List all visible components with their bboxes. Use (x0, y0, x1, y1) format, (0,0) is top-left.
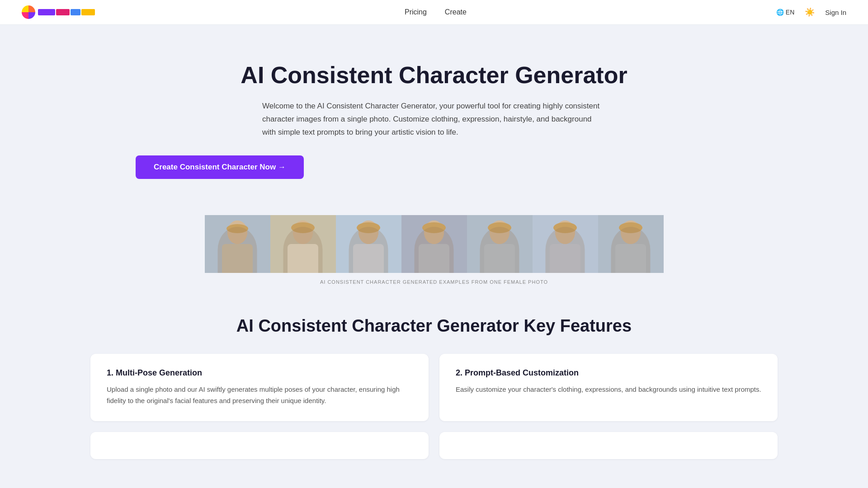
sign-in-button[interactable]: Sign In (825, 9, 846, 16)
svg-point-24 (488, 222, 511, 233)
feature-card-3-partial (90, 432, 429, 459)
navbar: Pricing Create 🌐 EN ☀️ Sign In (0, 0, 868, 25)
svg-point-29 (553, 222, 577, 233)
svg-rect-17 (419, 244, 449, 273)
svg-point-4 (226, 224, 248, 233)
char-image-2 (270, 215, 336, 273)
svg-rect-12 (353, 244, 384, 273)
char-image-5 (467, 215, 533, 273)
features-grid: 1. Multi-Pose Generation Upload a single… (90, 354, 778, 459)
language-selector[interactable]: 🌐 EN (776, 9, 794, 16)
nav-create[interactable]: Create (445, 8, 467, 16)
svg-rect-22 (484, 244, 515, 273)
svg-point-19 (422, 222, 446, 233)
sun-icon: ☀️ (805, 7, 815, 17)
logo-icon (22, 5, 35, 19)
hero-title: AI Consistent Character Generator (241, 61, 627, 89)
svg-rect-27 (550, 244, 580, 273)
globe-icon: 🌐 (776, 9, 784, 16)
cta-button[interactable]: Create Consistent Character Now → (136, 155, 304, 179)
feature-card-4-partial (439, 432, 778, 459)
character-image-strip (0, 215, 868, 273)
svg-point-9 (291, 222, 315, 233)
feature-card-1: 1. Multi-Pose Generation Upload a single… (90, 354, 429, 421)
feature-1-description: Upload a single photo and our AI swiftly… (107, 384, 412, 407)
char-image-3 (336, 215, 401, 273)
image-strip-caption: AI CONSISTENT CHARACTER GENERATED EXAMPL… (320, 279, 548, 285)
hero-section: AI Consistent Character Generator Welcom… (0, 25, 868, 197)
svg-rect-7 (288, 244, 318, 273)
logo-bar (38, 9, 95, 15)
feature-2-title: 2. Prompt-Based Customization (456, 368, 761, 378)
svg-rect-32 (615, 244, 646, 273)
svg-point-34 (619, 222, 642, 233)
svg-point-3 (227, 221, 247, 244)
char-image-1 (205, 215, 270, 273)
nav-center: Pricing Create (405, 8, 467, 16)
hero-description: Welcome to the AI Consistent Character G… (262, 100, 606, 139)
nav-right: 🌐 EN ☀️ Sign In (776, 6, 846, 19)
svg-point-14 (357, 222, 380, 233)
feature-card-2: 2. Prompt-Based Customization Easily cus… (439, 354, 778, 421)
feature-1-title: 1. Multi-Pose Generation (107, 368, 412, 378)
char-image-4 (401, 215, 467, 273)
features-title: AI Consistent Character Generator Key Fe… (90, 316, 778, 336)
theme-toggle[interactable]: ☀️ (803, 6, 816, 19)
features-section: AI Consistent Character Generator Key Fe… (0, 294, 868, 477)
image-strip-section: AI CONSISTENT CHARACTER GENERATED EXAMPL… (0, 197, 868, 294)
logo[interactable] (22, 5, 95, 19)
lang-label: EN (786, 9, 794, 16)
char-image-6 (533, 215, 598, 273)
nav-pricing[interactable]: Pricing (405, 8, 427, 16)
feature-2-description: Easily customize your character's clothi… (456, 384, 761, 395)
char-image-7 (598, 215, 664, 273)
svg-rect-2 (222, 244, 253, 273)
